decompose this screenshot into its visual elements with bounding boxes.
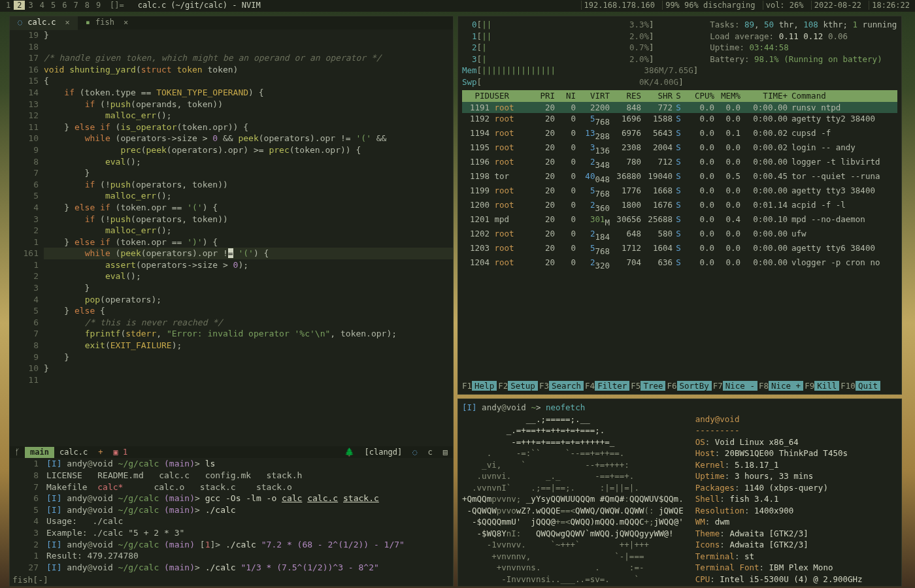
fn-search[interactable]: F3Search (539, 380, 585, 392)
process-row[interactable]: 1195 root200313623082004S0.00.00:00.02lo… (462, 142, 897, 156)
modified-indicator: + (93, 447, 108, 459)
workspace-1[interactable]: 1 (3, 1, 14, 10)
process-row[interactable]: 1201 mpd200301M3065625688S0.00.40:00.10m… (462, 214, 897, 228)
fn-nice-+[interactable]: F8Nice + (759, 380, 805, 392)
tree-icon: 🌲 (339, 447, 359, 459)
process-row[interactable]: 1194 root2001328869765643S0.00.10:00.02c… (462, 127, 897, 142)
shell-icon: ▪ (86, 17, 90, 29)
close-icon[interactable]: ✕ (124, 17, 128, 29)
status-right: 192.168.178.160 99% 96% discharging vol:… (581, 0, 912, 12)
workspace-7[interactable]: 7 (70, 1, 81, 10)
git-branch: main (25, 447, 54, 459)
editor-pane: ◌ calc.c ✕ ▪ fish ✕ 19181716151413121110… (9, 16, 454, 587)
neofetch-logo: __.;=====;.__ _.=+==++=++=+=+===;. -=+++… (462, 414, 684, 587)
neofetch-cmd-line: [I] andy@void ~> neofetch (462, 402, 897, 414)
status-ip: 192.168.178.160 (581, 1, 657, 10)
fn-sortby[interactable]: F6SortBy (667, 380, 712, 392)
tab-fish[interactable]: ▪ fish ✕ (78, 16, 136, 30)
htop-pane[interactable]: 0[|| 3.3%] 1[|| 2.0%] 2[| 0.7%] 3[| 2.0%… (458, 16, 902, 395)
tab-calc-c[interactable]: ◌ calc.c ✕ (10, 16, 78, 30)
status-volume: vol: 26% (763, 1, 807, 10)
workspace-2[interactable]: 2 (14, 1, 25, 10)
process-row[interactable]: 1200 root200236018001676S0.00.00:01.14ac… (462, 199, 897, 214)
workspace-6[interactable]: 6 (59, 1, 70, 10)
fn-help[interactable]: F1Help (462, 380, 498, 392)
process-row[interactable]: 1196 root2002348780712S0.00.00:00.00logg… (462, 156, 897, 171)
process-row[interactable]: 1203 root200576817121604S0.00.00:00.00ag… (462, 242, 897, 257)
fn-kill[interactable]: F9Kill (805, 380, 840, 392)
status-date: 2022-08-22 (811, 1, 864, 10)
fn-setup[interactable]: F2Setup (498, 380, 539, 392)
git-branch-icon: ᚶ (10, 447, 25, 459)
workspace-4[interactable]: 4 (37, 1, 48, 10)
window-title: calc.c (~/git/calc) - NVIM (130, 0, 261, 12)
process-row[interactable]: 1191 root2002200848772S0.00.00:00.00runs… (462, 102, 897, 114)
editor-tabs: ◌ calc.c ✕ ▪ fish ✕ (10, 16, 453, 29)
fn-nice--[interactable]: F7Nice - (713, 380, 759, 392)
process-row[interactable]: 1202 root2002184648580S0.00.00:00.00ufw (462, 228, 897, 242)
fn-quit[interactable]: F10Quit (840, 380, 882, 392)
fn-tree[interactable]: F5Tree (631, 380, 667, 392)
process-row[interactable]: 1198 tor200400483688019040S0.00.50:00.45… (462, 171, 897, 185)
process-row[interactable]: 1199 root200576817761668S0.00.00:00.00ag… (462, 185, 897, 199)
editor-statusline: ᚶ main calc.c + ▣ 1 🌲 [clangd] ◌ c ▤ (10, 446, 453, 458)
workspace-9[interactable]: 9 (93, 1, 104, 10)
status-bar: 123456789 []= calc.c (~/git/calc) - NVIM… (0, 0, 915, 12)
tab-label: calc.c (27, 17, 56, 29)
line-gutter: 1918171615141312111098765432116112345678… (10, 29, 44, 446)
workspace-5[interactable]: 5 (48, 1, 59, 10)
layout-indicator: []= (107, 0, 127, 12)
htop-header[interactable]: PIDUSERPRINIVIRTRESSHRSCPU%MEM%TIME+Comm… (462, 90, 897, 102)
fn-filter[interactable]: F4Filter (585, 380, 631, 392)
lsp-status: [clangd] (359, 447, 408, 459)
process-row[interactable]: 1192 root200576816961588S0.00.00:00.00ag… (462, 113, 897, 127)
terminal-footer: fish[-] (10, 574, 453, 586)
workspace-3[interactable]: 3 (25, 1, 36, 10)
status-battery: 99% 96% discharging (662, 1, 757, 10)
lang-name: c (423, 447, 438, 459)
code-view[interactable]: 1918171615141312111098765432116112345678… (10, 29, 453, 446)
file-icon: ◌ (18, 17, 22, 29)
position-icon: ▤ (438, 447, 453, 459)
status-time: 18:26:22 (869, 1, 912, 10)
neofetch-info: andy@void---------OS: Void Linux x86_64H… (695, 414, 863, 587)
tab-label: fish (95, 17, 114, 29)
terminal[interactable]: [I] andy@void ~/g/calc (main)> lsLICENSE… (44, 458, 453, 574)
diag-warning-icon: ▣ 1 (108, 447, 133, 459)
process-row[interactable]: 1204 root2002320704636S0.00.00:00.00vlog… (462, 257, 897, 271)
close-icon[interactable]: ✕ (65, 17, 70, 29)
htop-meters: 0[|| 3.3%] 1[|| 2.0%] 2[| 0.7%] 3[| 2.0%… (462, 19, 698, 88)
term-gutter: 18765432127 (10, 458, 44, 574)
htop-fn-bar[interactable]: F1HelpF2SetupF3SearchF4FilterF5TreeF6Sor… (462, 380, 897, 392)
status-filename: calc.c (54, 447, 93, 459)
lang-icon: ◌ (407, 447, 422, 459)
workspace-8[interactable]: 8 (82, 1, 93, 10)
htop-summary: Tasks: 89, 50 thr, 108 kthr; 1 runningLo… (710, 19, 897, 88)
source-code[interactable]: }/* handle given token, which might be a… (44, 29, 453, 446)
htop-process-list[interactable]: 1191 root2002200848772S0.00.00:00.00runs… (462, 102, 897, 380)
neofetch-pane[interactable]: [I] andy@void ~> neofetch __.;=====;.__ … (458, 399, 902, 587)
